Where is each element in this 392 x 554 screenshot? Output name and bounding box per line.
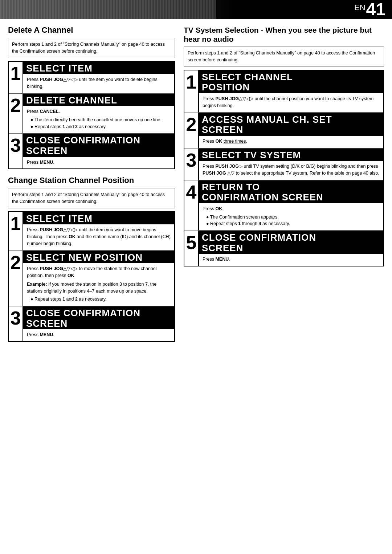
tv-system-steps: 1 SELECT CHANNELPOSITION Press PUSH JOG△… <box>184 70 384 266</box>
change-station-info: Perform steps 1 and 2 of "Storing Channe… <box>8 188 175 208</box>
delete-step-3: 3 CLOSE CONFIRMATIONSCREEN Press MENU. <box>9 134 174 168</box>
tv-system-section: TV System Selection - When you see the p… <box>184 25 384 266</box>
tv-step-4: 4 RETURN TOCONFIRMATION SCREEN Press OK.… <box>184 180 383 231</box>
tv-step-1-body: Press PUSH JOG△▽◁▷ until the channel pos… <box>199 93 383 112</box>
delete-step-1-content: SELECT ITEM Press PUSH JOG△▽◁▷ until the… <box>23 62 174 93</box>
change-step-2-body: Press PUSH JOG△▽◁▷ to move the station t… <box>23 263 174 306</box>
tv-step-1: 1 SELECT CHANNELPOSITION Press PUSH JOG△… <box>184 70 383 113</box>
delete-channel-title: Delete A Channel <box>8 25 175 35</box>
right-column: TV System Selection - When you see the p… <box>184 25 384 346</box>
tv-system-title: TV System Selection - When you see the p… <box>184 25 384 44</box>
delete-step-2-header: DELETE CHANNEL <box>23 94 174 106</box>
delete-step-1-body: Press PUSH JOG△▽◁▷ until the item you wa… <box>23 74 174 93</box>
delete-step-1: 1 SELECT ITEM Press PUSH JOG△▽◁▷ until t… <box>9 62 174 94</box>
change-step-2-bullet: Repeat steps 1 and 2 as necessary. <box>30 296 171 303</box>
change-step-2-title: SELECT NEW POSITION <box>26 252 171 263</box>
change-step-2-number: 2 <box>9 251 23 306</box>
change-station-section: Change Station Channel Position Perform … <box>8 176 175 342</box>
tv-step-4-content: RETURN TOCONFIRMATION SCREEN Press OK. T… <box>198 180 383 231</box>
tv-step-4-header: RETURN TOCONFIRMATION SCREEN <box>199 180 383 203</box>
tv-step-1-content: SELECT CHANNELPOSITION Press PUSH JOG△▽◁… <box>198 70 383 113</box>
tv-step-2-body: Press OK three times. <box>199 136 383 148</box>
delete-channel-section: Delete A Channel Perform steps 1 and 2 o… <box>8 25 175 169</box>
change-step-2-content: SELECT NEW POSITION Press PUSH JOG△▽◁▷ t… <box>23 251 174 306</box>
tv-step-5-body: Press MENU. <box>199 254 383 266</box>
change-step-1-title: SELECT ITEM <box>26 213 171 224</box>
tv-step-3: 3 SELECT TV SYSTEM Press PUSH JOG▷ until… <box>184 148 383 180</box>
tv-step-2-number: 2 <box>184 113 198 148</box>
tv-step-3-header: SELECT TV SYSTEM <box>199 148 383 161</box>
left-column: Delete A Channel Perform steps 1 and 2 o… <box>8 25 175 346</box>
main-content: Delete A Channel Perform steps 1 and 2 o… <box>0 19 392 352</box>
tv-step-2-content: ACCESS MANUAL CH. SETSCREEN Press OK thr… <box>198 113 383 148</box>
change-step-3-body: Press MENU. <box>23 329 174 341</box>
delete-step-3-header: CLOSE CONFIRMATIONSCREEN <box>23 134 174 156</box>
change-step-3-number: 3 <box>9 306 23 341</box>
change-step-1-header: SELECT ITEM <box>23 212 174 225</box>
change-step-2: 2 SELECT NEW POSITION Press PUSH JOG△▽◁▷… <box>9 251 174 306</box>
delete-step-2: 2 DELETE CHANNEL Press CANCEL. The item … <box>9 94 174 134</box>
en-label: EN <box>354 3 366 12</box>
tv-system-info: Perform steps 1 and 2 of "Storing Channe… <box>184 46 384 67</box>
tv-step-4-body: Press OK. The Confirmation screen appear… <box>199 203 383 230</box>
page-number: 41 <box>366 1 385 18</box>
tv-step-1-number: 1 <box>184 70 198 113</box>
tv-step-3-body: Press PUSH JOG▷ until TV system setting … <box>199 161 383 180</box>
tv-step-4-title: RETURN TOCONFIRMATION SCREEN <box>202 182 380 203</box>
change-step-2-header: SELECT NEW POSITION <box>23 251 174 264</box>
tv-step-3-number: 3 <box>184 148 198 180</box>
tv-step-4-bullet-1: The Confirmation screen appears. <box>206 214 380 221</box>
change-station-title: Change Station Channel Position <box>8 176 175 185</box>
change-step-3-title: CLOSE CONFIRMATIONSCREEN <box>26 308 171 329</box>
delete-step-3-title: CLOSE CONFIRMATIONSCREEN <box>26 135 171 156</box>
change-step-1-content: SELECT ITEM Press PUSH JOG△▽◁▷ until the… <box>23 212 174 250</box>
delete-step-3-body: Press MENU. <box>23 157 174 169</box>
delete-step-2-body: Press CANCEL. The item directly beneath … <box>23 106 174 133</box>
header-bar: EN 41 <box>0 0 392 19</box>
tv-step-5-header: CLOSE CONFIRMATIONSCREEN <box>199 231 383 254</box>
tv-step-2-title: ACCESS MANUAL CH. SETSCREEN <box>202 114 380 135</box>
tv-step-5-title: CLOSE CONFIRMATIONSCREEN <box>202 232 380 253</box>
delete-step-1-number: 1 <box>9 62 23 93</box>
delete-step-2-content: DELETE CHANNEL Press CANCEL. The item di… <box>23 94 174 134</box>
tv-step-1-title: SELECT CHANNELPOSITION <box>202 72 380 93</box>
delete-step-1-header: SELECT ITEM <box>23 62 174 74</box>
delete-step-1-title: SELECT ITEM <box>26 63 171 74</box>
change-step-3-content: CLOSE CONFIRMATIONSCREEN Press MENU. <box>23 306 174 341</box>
delete-step-3-number: 3 <box>9 134 23 168</box>
tv-step-4-number: 4 <box>184 180 198 231</box>
tv-step-3-content: SELECT TV SYSTEM Press PUSH JOG▷ until T… <box>198 148 383 180</box>
change-step-1-body: Press PUSH JOG△▽◁▷ until the item you wa… <box>23 224 174 250</box>
delete-step-2-number: 2 <box>9 94 23 134</box>
change-step-3-header: CLOSE CONFIRMATIONSCREEN <box>23 306 174 329</box>
change-step-1-number: 1 <box>9 212 23 250</box>
delete-channel-steps: 1 SELECT ITEM Press PUSH JOG△▽◁▷ until t… <box>8 61 175 170</box>
change-station-steps: 1 SELECT ITEM Press PUSH JOG△▽◁▷ until t… <box>8 211 175 342</box>
tv-step-1-header: SELECT CHANNELPOSITION <box>199 70 383 93</box>
tv-step-5: 5 CLOSE CONFIRMATIONSCREEN Press MENU. <box>184 231 383 266</box>
delete-step-2-title: DELETE CHANNEL <box>26 95 171 106</box>
change-step-1: 1 SELECT ITEM Press PUSH JOG△▽◁▷ until t… <box>9 212 174 251</box>
tv-step-3-title: SELECT TV SYSTEM <box>202 150 380 160</box>
delete-step-3-content: CLOSE CONFIRMATIONSCREEN Press MENU. <box>23 134 174 168</box>
tv-step-2: 2 ACCESS MANUAL CH. SETSCREEN Press OK t… <box>184 113 383 148</box>
tv-step-2-header: ACCESS MANUAL CH. SETSCREEN <box>199 113 383 136</box>
change-step-3: 3 CLOSE CONFIRMATIONSCREEN Press MENU. <box>9 306 174 341</box>
delete-step-2-bullet-2: Repeat steps 1 and 2 as necessary. <box>30 123 171 130</box>
tv-step-4-bullet-2: Repeat steps 1 through 4 as necessary. <box>206 220 380 227</box>
delete-step-2-bullet-1: The item directly beneath the cancelled … <box>30 117 171 123</box>
delete-channel-info: Perform steps 1 and 2 of "Storing Channe… <box>8 38 175 58</box>
tv-step-5-number: 5 <box>184 231 198 266</box>
tv-step-5-content: CLOSE CONFIRMATIONSCREEN Press MENU. <box>198 231 383 266</box>
